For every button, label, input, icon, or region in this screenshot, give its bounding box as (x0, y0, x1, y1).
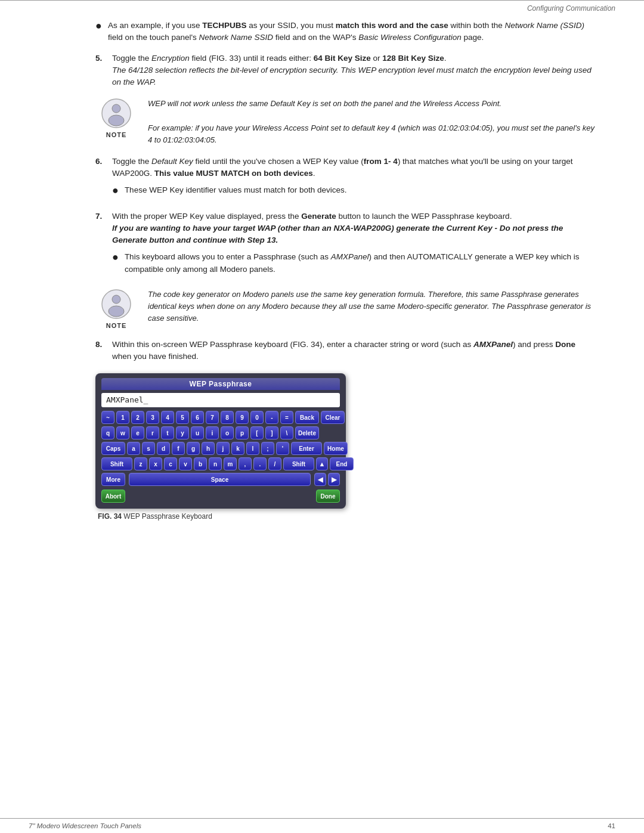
key-clear[interactable]: Clear (321, 411, 345, 424)
key-rbracket[interactable]: ] (265, 426, 278, 439)
key-p[interactable]: p (236, 426, 249, 439)
key-g[interactable]: g (187, 442, 200, 455)
key-z[interactable]: z (134, 457, 147, 470)
step-7-sub-text-1: This keyboard allows you to enter a Pass… (125, 251, 596, 275)
key-4[interactable]: 4 (161, 411, 174, 424)
wep-keyboard: WEP Passphrase AMXPanel_ ~ 1 2 3 4 5 6 7… (95, 373, 346, 509)
key-delete[interactable]: Delete (295, 426, 319, 439)
key-d[interactable]: d (157, 442, 170, 455)
page-header-title: Configuring Communication (527, 4, 615, 13)
step-6-content: Toggle the Default Key field until the y… (112, 156, 596, 202)
bullet-item-1: ● As an example, if you use TECHPUBS as … (95, 20, 596, 44)
kb-row-3: Caps a s d f g h j k l ; ' Enter Home (101, 442, 340, 455)
sub-bullet-dot-1: ● (112, 183, 119, 198)
key-back[interactable]: Back (295, 411, 319, 424)
key-tilde[interactable]: ~ (101, 411, 114, 424)
key-1[interactable]: 1 (116, 411, 129, 424)
key-e[interactable]: e (131, 426, 144, 439)
key-m[interactable]: m (224, 457, 237, 470)
key-backslash[interactable]: \ (280, 426, 293, 439)
key-period[interactable]: . (253, 457, 267, 470)
key-semicolon[interactable]: ; (261, 442, 274, 455)
wep-input-row[interactable]: AMXPanel_ (101, 393, 340, 407)
key-j[interactable]: j (216, 442, 230, 455)
bullet-list-1: ● As an example, if you use TECHPUBS as … (95, 20, 596, 44)
note-icon-area-1: NOTE (95, 98, 137, 138)
key-minus[interactable]: - (265, 411, 278, 424)
key-l[interactable]: l (246, 442, 259, 455)
key-7[interactable]: 7 (206, 411, 219, 424)
key-end[interactable]: End (330, 457, 354, 470)
key-k[interactable]: k (231, 442, 244, 455)
key-shift-left[interactable]: Shift (101, 457, 132, 470)
key-y[interactable]: y (176, 426, 189, 439)
key-up[interactable]: ▲ (316, 457, 328, 470)
wep-bottom-row: Abort Done (101, 490, 340, 503)
svg-point-5 (109, 306, 124, 317)
key-shift-right[interactable]: Shift (283, 457, 314, 470)
bullet-dot-1: ● (95, 18, 102, 33)
sub-bullet-dot-2: ● (112, 250, 119, 265)
key-lbracket[interactable]: [ (250, 426, 264, 439)
step-5-content: Toggle the Encryption field (FIG. 33) un… (112, 52, 596, 89)
key-home[interactable]: Home (324, 442, 348, 455)
figure-caption-bold: FIG. 34 (98, 512, 122, 521)
kb-row-2: q w e r t y u i o p [ ] \ Delete (101, 426, 340, 439)
key-8[interactable]: 8 (221, 411, 234, 424)
wep-keyboard-rows: ~ 1 2 3 4 5 6 7 8 9 0 - = Back C (101, 411, 340, 486)
note-text-1: WEP will not work unless the same Defaul… (148, 98, 596, 146)
key-x[interactable]: x (149, 457, 162, 470)
key-v[interactable]: v (179, 457, 192, 470)
key-a[interactable]: a (127, 442, 140, 455)
key-quote[interactable]: ' (276, 442, 289, 455)
key-right[interactable]: ▶ (328, 473, 340, 486)
key-i[interactable]: i (206, 426, 219, 439)
figure-container: WEP Passphrase AMXPanel_ ~ 1 2 3 4 5 6 7… (95, 373, 596, 521)
step-8: 8. Within this on-screen WEP Passphrase … (95, 339, 596, 363)
key-s[interactable]: s (142, 442, 155, 455)
key-b[interactable]: b (194, 457, 207, 470)
key-r[interactable]: r (146, 426, 159, 439)
page-container: Configuring Communication ● As an exampl… (0, 0, 644, 833)
main-content: ● As an example, if you use TECHPUBS as … (0, 14, 644, 818)
key-c[interactable]: c (164, 457, 177, 470)
key-slash[interactable]: / (268, 457, 281, 470)
key-f[interactable]: f (172, 442, 185, 455)
key-enter[interactable]: Enter (291, 442, 322, 455)
key-more[interactable]: More (101, 473, 125, 486)
key-left[interactable]: ◀ (314, 473, 326, 486)
key-w[interactable]: w (116, 426, 129, 439)
note-icon-svg-1 (101, 98, 132, 129)
key-equals[interactable]: = (280, 411, 293, 424)
kb-row-4: Shift z x c v b n m , . / Shift ▲ End (101, 457, 340, 470)
step-7-sub-list: ● This keyboard allows you to enter a Pa… (112, 251, 596, 275)
step-7: 7. With the proper WEP Key value display… (95, 210, 596, 279)
key-u[interactable]: u (191, 426, 204, 439)
svg-point-1 (112, 104, 120, 113)
key-comma[interactable]: , (239, 457, 252, 470)
key-n[interactable]: n (209, 457, 222, 470)
key-5[interactable]: 5 (176, 411, 189, 424)
wep-title-bar: WEP Passphrase (101, 378, 340, 390)
key-0[interactable]: 0 (250, 411, 264, 424)
key-o[interactable]: o (221, 426, 234, 439)
key-abort[interactable]: Abort (101, 490, 125, 503)
note-icon-area-2: NOTE (95, 289, 137, 329)
key-9[interactable]: 9 (236, 411, 249, 424)
note-label-1: NOTE (106, 131, 127, 138)
key-3[interactable]: 3 (146, 411, 159, 424)
key-h[interactable]: h (202, 442, 215, 455)
key-space[interactable]: Space (129, 473, 311, 486)
key-6[interactable]: 6 (191, 411, 204, 424)
figure-caption-text: WEP Passphrase Keyboard (122, 512, 212, 521)
step-8-content: Within this on-screen WEP Passphrase key… (112, 339, 596, 363)
step-6: 6. Toggle the Default Key field until th… (95, 156, 596, 202)
key-done[interactable]: Done (316, 490, 340, 503)
svg-point-4 (112, 295, 120, 304)
key-q[interactable]: q (101, 426, 114, 439)
key-caps[interactable]: Caps (101, 442, 125, 455)
key-2[interactable]: 2 (131, 411, 144, 424)
note-label-2: NOTE (106, 322, 127, 329)
kb-row-1: ~ 1 2 3 4 5 6 7 8 9 0 - = Back C (101, 411, 340, 424)
key-t[interactable]: t (161, 426, 174, 439)
